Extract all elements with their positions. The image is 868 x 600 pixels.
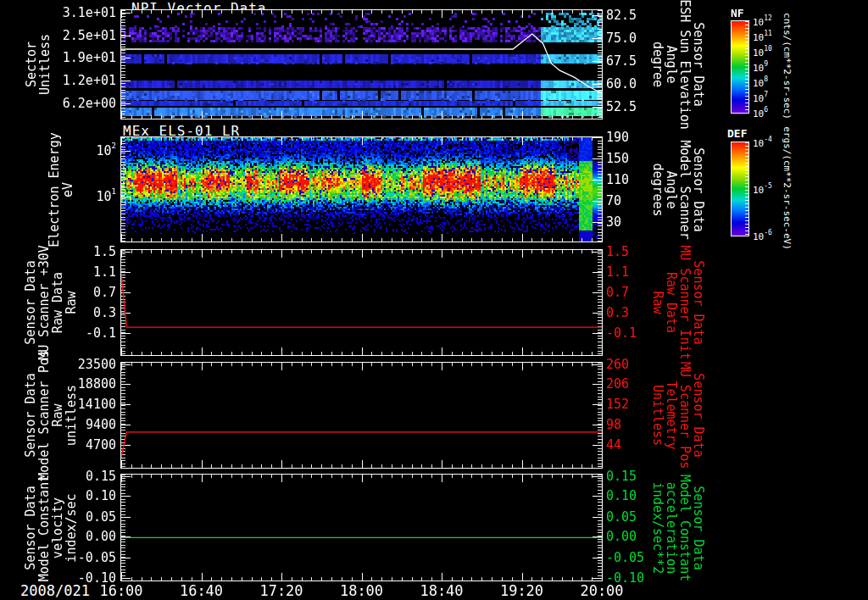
colorbar-tick-label: 10-4 bbox=[753, 136, 772, 149]
y-major-tick bbox=[593, 201, 602, 202]
science-plot-screen: NPI Vector Data MEx ELS-01 LR NF DEF cnt… bbox=[0, 0, 868, 600]
def-colorbar-ticks bbox=[745, 142, 748, 236]
def-colorbar bbox=[731, 142, 749, 236]
colorbar-tick-label: 1010 bbox=[753, 46, 772, 58]
colorbar-tick-label: 108 bbox=[753, 76, 768, 89]
y-tick-label: 2.5e+01 bbox=[0, 28, 116, 43]
series-overlay bbox=[121, 475, 602, 581]
model-scanner-pos-raw-line bbox=[121, 432, 602, 458]
time-tick-label: 17:20 bbox=[249, 582, 314, 599]
nf-colorbar-units: cnts/(cm**2-sr-sec) bbox=[780, 13, 793, 119]
npi-plot-frame bbox=[120, 9, 603, 119]
time-tick-label: 19:20 bbox=[490, 582, 554, 599]
def-colorbar-units: ergs/(cm**2-sr-sec-eV) bbox=[780, 126, 793, 250]
left-axis-label: Sensor Data Model Constant velocity inde… bbox=[24, 418, 78, 600]
nf-colorbar-title: NF bbox=[731, 7, 744, 19]
colorbar-tick-label: 109 bbox=[753, 61, 768, 74]
nf-colorbar bbox=[731, 20, 749, 114]
y-major-tick bbox=[121, 151, 131, 152]
axis-minor-ticks bbox=[121, 137, 125, 242]
colorbar-tick-label: 107 bbox=[753, 92, 768, 104]
y-tick-label: 3.1e+01 bbox=[0, 5, 116, 20]
time-tick-label: 18:00 bbox=[330, 582, 394, 599]
time-tick-label: 18:40 bbox=[409, 582, 474, 599]
model-constant-plot-frame bbox=[120, 474, 603, 581]
els-plot-frame bbox=[120, 136, 603, 242]
y-major-tick bbox=[121, 197, 131, 197]
axis-minor-ticks bbox=[121, 137, 602, 145]
time-tick-label: 20:00 bbox=[570, 582, 634, 599]
els-spectrogram-canvas bbox=[121, 137, 602, 242]
y-major-tick bbox=[593, 222, 602, 223]
axis-minor-ticks bbox=[598, 137, 602, 242]
mu-scanner-plot-frame bbox=[120, 249, 603, 356]
series-overlay bbox=[121, 10, 602, 119]
y-major-tick bbox=[593, 158, 602, 159]
colorbar-tick-label: 1012 bbox=[753, 15, 772, 28]
nf-colorbar-ticks bbox=[745, 21, 748, 113]
series-overlay bbox=[121, 250, 602, 355]
colorbar-tick-label: 10-5 bbox=[753, 183, 772, 196]
time-tick-label: 16:40 bbox=[170, 582, 234, 599]
y-tick-label: 1.9e+01 bbox=[0, 50, 116, 65]
def-colorbar-title: DEF bbox=[727, 127, 747, 140]
colorbar-tick-label: 10-6 bbox=[753, 230, 772, 242]
scanner-pos-plot-frame bbox=[120, 362, 603, 469]
colorbar-tick-label: 106 bbox=[753, 107, 768, 119]
y-major-tick bbox=[593, 180, 602, 181]
mu-scanner-plus-30v-raw-line bbox=[121, 275, 602, 328]
esh-sun-elevation-angle-line bbox=[121, 34, 602, 93]
axis-minor-ticks bbox=[121, 234, 602, 242]
time-tick-label: 16:00 bbox=[89, 582, 153, 599]
series-overlay bbox=[121, 363, 602, 468]
right-axis-label: Sensor Data Model Constant acceleration … bbox=[651, 418, 705, 600]
y-major-tick bbox=[593, 137, 602, 138]
colorbar-tick-label: 1011 bbox=[753, 31, 772, 43]
